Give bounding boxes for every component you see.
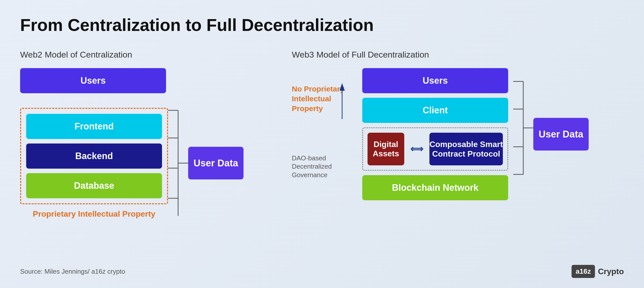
logo-text: Crypto — [598, 267, 624, 276]
web3-title: Web3 Model of Full Decentralization — [292, 50, 599, 60]
web3-users-box: Users — [362, 68, 508, 93]
web2-bracket-connector — [168, 98, 188, 228]
web2-users-row: Users — [20, 68, 166, 93]
proprietary-label: Proprietary Intellectual Property — [20, 209, 168, 219]
web2-backend-box: Backend — [26, 143, 162, 169]
web3-content: No Proprietary Intellectual Property — [292, 68, 599, 200]
web2-left-section: Frontend Backend Database Proprietary In… — [20, 108, 168, 219]
web3-dao-group: Digital Assets ⟺ Composable Smart Contra… — [362, 127, 508, 171]
diagrams-row: Web2 Model of Centralization Users — [20, 50, 624, 228]
web2-content: Users Frontend Backend — [20, 68, 262, 228]
logo-area: a16z Crypto — [572, 265, 624, 278]
web3-blockchain-box: Blockchain Network — [362, 175, 508, 200]
main-title: From Centralization to Full Decentraliza… — [20, 15, 624, 35]
web3-left-annotations: No Proprietary Intellectual Property — [292, 69, 357, 200]
web3-user-data-box: User Data — [533, 118, 589, 151]
web2-database-box: Database — [26, 173, 162, 198]
web2-title: Web2 Model of Centralization — [20, 50, 262, 60]
web2-user-data-box: User Data — [188, 147, 244, 179]
web2-main-row: Frontend Backend Database Proprietary In… — [20, 98, 244, 228]
web2-diagram: Web2 Model of Centralization Users — [20, 50, 262, 228]
web3-bracket-svg — [513, 69, 533, 200]
logo-box: a16z — [572, 265, 595, 278]
source-text: Source: Miles Jennings/ a16z crypto — [20, 268, 125, 275]
web3-digital-assets-box: Digital Assets — [368, 133, 404, 165]
page: From Centralization to Full Decentraliza… — [0, 0, 644, 288]
web2-users-box: Users — [20, 68, 166, 93]
web3-boxes-col: Users Client Digital Assets ⟺ — [362, 68, 508, 200]
dao-label-container: DAO-based Decentralized Governance — [292, 154, 357, 179]
web3-left-arrow-svg — [292, 69, 347, 200]
web3-client-box: Client — [362, 98, 508, 123]
web3-right-section: User Data — [513, 69, 589, 200]
web2-proprietary-group: Frontend Backend Database — [20, 108, 168, 204]
web3-composable-box: Composable Smart Contract Protocol — [429, 133, 503, 165]
web3-diagram: Web3 Model of Full Decentralization No P… — [292, 50, 599, 200]
web2-frontend-box: Frontend — [26, 114, 162, 139]
double-arrow: ⟺ — [408, 133, 425, 165]
dao-label: DAO-based Decentralized Governance — [292, 154, 357, 179]
